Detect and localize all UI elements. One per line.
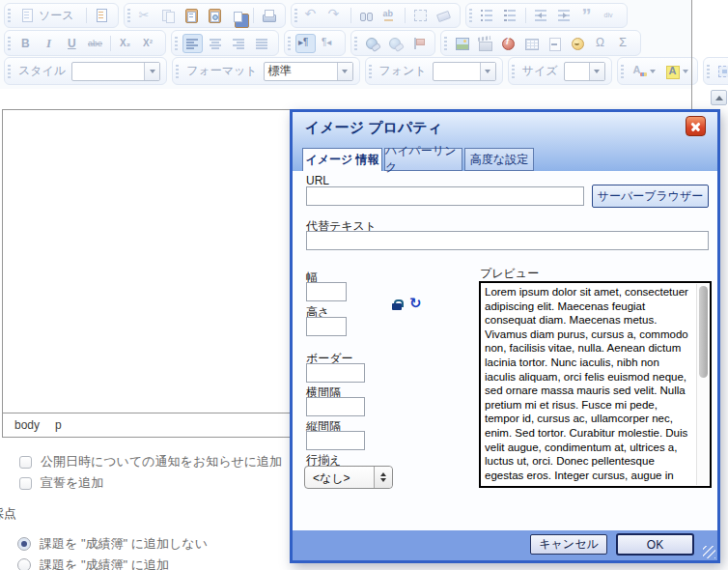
- subscript-button[interactable]: [116, 34, 136, 53]
- print-button[interactable]: [259, 6, 279, 25]
- special-character-button[interactable]: [591, 34, 611, 53]
- dir-rtl-icon: [321, 36, 337, 51]
- align-left-button[interactable]: [182, 34, 203, 53]
- undo-button[interactable]: [302, 6, 322, 25]
- notification-checkbox-row: 公開日時についての通知をお知らせに追加: [19, 453, 282, 470]
- ok-button[interactable]: OK: [616, 533, 694, 556]
- table-button[interactable]: [521, 34, 542, 53]
- tab-hyperlink[interactable]: ハイパーリンク: [384, 148, 462, 171]
- templates-button[interactable]: [92, 6, 112, 25]
- background-color-button[interactable]: [661, 62, 691, 81]
- path-item-body[interactable]: body: [14, 418, 40, 432]
- preview-scrollbar[interactable]: [696, 284, 709, 485]
- border-input[interactable]: [306, 363, 365, 383]
- strikethrough-button[interactable]: [85, 34, 105, 53]
- chevron-down-icon: [650, 70, 656, 73]
- superscript-button[interactable]: [139, 34, 159, 53]
- bulleted-list-button[interactable]: [500, 6, 520, 25]
- paste-button[interactable]: [182, 6, 202, 25]
- image-properties-dialog: イメージ プロパティ イメージ 情報 ハイパーリンク 高度な設定 URL サーバ…: [290, 109, 720, 563]
- gradebook-add-radio-row: 課題を "成績簿" に追加: [17, 556, 169, 570]
- server-browse-button[interactable]: サーバーブラウザー: [592, 185, 709, 208]
- subscript-icon: [118, 36, 134, 51]
- url-input[interactable]: [306, 186, 584, 206]
- align-select[interactable]: <なし>: [304, 466, 393, 489]
- collapse-toolbar-button[interactable]: [711, 90, 727, 105]
- alt-text-input[interactable]: [306, 231, 709, 250]
- anchor-button[interactable]: [408, 34, 429, 53]
- link-button[interactable]: [362, 34, 382, 53]
- height-input[interactable]: [306, 317, 347, 336]
- indent-icon: [556, 8, 573, 23]
- outdent-button[interactable]: [531, 6, 551, 25]
- bold-icon: [17, 36, 34, 51]
- hspace-input[interactable]: [306, 397, 365, 416]
- toolbar-group-tools: [703, 57, 728, 85]
- formula-button[interactable]: [614, 34, 634, 53]
- underline-button[interactable]: [62, 34, 82, 53]
- align-right-button[interactable]: [229, 34, 249, 53]
- strikethrough-icon: [87, 36, 103, 51]
- horizontal-rule-button[interactable]: [545, 34, 565, 53]
- honor-pledge-checkbox[interactable]: [19, 477, 32, 490]
- align-select-value: <なし>: [313, 470, 350, 487]
- tab-advanced-label: 高度な設定: [470, 152, 528, 168]
- indent-button[interactable]: [554, 6, 574, 25]
- replace-icon: [381, 8, 398, 23]
- dialog-header[interactable]: イメージ プロパティ イメージ 情報 ハイパーリンク 高度な設定: [293, 112, 717, 171]
- bold-button[interactable]: [15, 34, 36, 53]
- div-button[interactable]: [601, 6, 621, 25]
- reset-size-icon[interactable]: [409, 295, 427, 312]
- text-color-button[interactable]: [629, 62, 658, 81]
- media-button[interactable]: [475, 34, 495, 53]
- dir-ltr-button[interactable]: [295, 34, 316, 53]
- flash-button[interactable]: [498, 34, 518, 53]
- toolbar-group-colors: [617, 57, 698, 85]
- smiley-button[interactable]: [568, 34, 588, 53]
- toolbar-row-1: ソース: [4, 3, 628, 28]
- close-button[interactable]: [686, 116, 706, 136]
- align-center-button[interactable]: [206, 34, 226, 53]
- unlink-icon: [387, 36, 404, 51]
- preview-scrollbar-thumb[interactable]: [699, 286, 708, 378]
- path-item-p[interactable]: p: [55, 418, 62, 432]
- style-combo[interactable]: [71, 62, 160, 81]
- size-combo[interactable]: [564, 62, 605, 81]
- blockquote-button[interactable]: [577, 6, 598, 25]
- maximize-button[interactable]: [714, 62, 728, 81]
- paste-text-button[interactable]: [205, 6, 225, 25]
- lock-ratio-icon[interactable]: [392, 299, 402, 309]
- tab-image-info[interactable]: イメージ 情報: [302, 148, 382, 171]
- gradebook-add-radio-label: 課題を "成績簿" に追加: [40, 556, 169, 570]
- cancel-button[interactable]: キャンセル: [530, 534, 607, 555]
- resize-grip[interactable]: [703, 546, 715, 558]
- notification-checkbox[interactable]: [19, 456, 32, 469]
- background-color-icon: [664, 64, 681, 79]
- unlink-button[interactable]: [385, 34, 406, 53]
- source-icon: [19, 8, 36, 23]
- remove-format-button[interactable]: [434, 6, 454, 25]
- find-button[interactable]: [356, 6, 377, 25]
- paste-word-button[interactable]: [228, 6, 248, 25]
- vspace-input[interactable]: [306, 431, 365, 450]
- font-combo[interactable]: [433, 62, 496, 81]
- gradebook-no-add-radio[interactable]: [17, 537, 31, 551]
- numbered-list-button[interactable]: [477, 6, 497, 25]
- tab-advanced[interactable]: 高度な設定: [464, 148, 534, 171]
- select-all-button[interactable]: [410, 6, 431, 25]
- align-justify-button[interactable]: [252, 34, 272, 53]
- cut-button[interactable]: [135, 6, 155, 25]
- replace-button[interactable]: [379, 6, 400, 25]
- width-input[interactable]: [306, 282, 347, 301]
- numbered-list-icon: [479, 8, 495, 23]
- copy-button[interactable]: [158, 6, 179, 25]
- italic-button[interactable]: [39, 34, 59, 53]
- image-button[interactable]: [452, 34, 472, 53]
- format-combo[interactable]: 標準: [264, 62, 353, 81]
- source-button[interactable]: ソース: [15, 6, 81, 25]
- toolbar-row-3: スタイル フォーマット 標準 フォント: [4, 57, 728, 85]
- gradebook-add-radio[interactable]: [17, 558, 31, 570]
- dir-rtl-button[interactable]: [319, 34, 339, 53]
- horizontal-rule-icon: [546, 36, 563, 51]
- redo-button[interactable]: [325, 6, 346, 25]
